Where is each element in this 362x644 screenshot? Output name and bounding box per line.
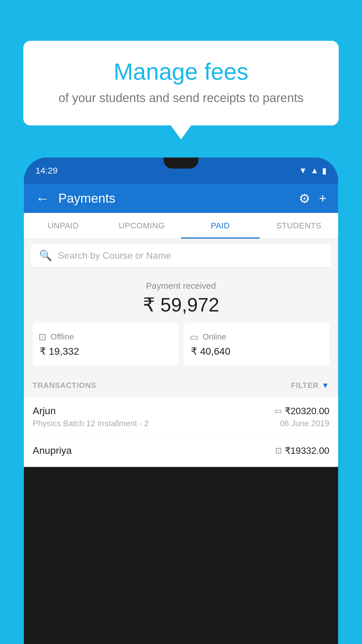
- filter-label: FILTER: [291, 381, 319, 390]
- status-icons: ▼ ▲ ▮: [299, 166, 326, 176]
- tab-paid[interactable]: PAID: [181, 213, 260, 239]
- search-container: 🔍 Search by Course or Name: [24, 239, 338, 272]
- payment-cards: ⊡ Offline ₹ 19,332 ▭ Online ₹ 40,640: [33, 323, 329, 365]
- tabs-bar: UNPAID UPCOMING PAID STUDENTS: [24, 213, 338, 239]
- offline-amount: ₹ 19,332: [38, 345, 172, 357]
- phone-notch: [164, 158, 198, 169]
- filter-button[interactable]: FILTER ▼: [291, 381, 329, 390]
- search-icon: 🔍: [39, 249, 52, 262]
- bubble-subtitle: of your students and send receipts to pa…: [38, 91, 324, 105]
- transactions-label: TRANSACTIONS: [33, 381, 96, 390]
- transaction-top-row: Arjun ▭ ₹20320.00: [33, 405, 329, 416]
- bubble-title: Manage fees: [38, 58, 324, 85]
- payment-total-amount: ₹ 59,972: [33, 294, 329, 316]
- transactions-list: Arjun ▭ ₹20320.00 Physics Batch 12 Insta…: [24, 397, 338, 467]
- transaction-right: ⊡ ₹19332.00: [275, 445, 329, 456]
- wifi-icon: ▼: [299, 166, 307, 175]
- offline-label: Offline: [50, 332, 74, 342]
- online-payment-icon: ▭: [274, 406, 282, 416]
- add-icon[interactable]: +: [319, 191, 326, 206]
- student-name: Arjun: [33, 405, 56, 416]
- filter-icon: ▼: [321, 381, 329, 390]
- offline-card: ⊡ Offline ₹ 19,332: [33, 323, 178, 365]
- tab-upcoming[interactable]: UPCOMING: [103, 213, 181, 239]
- settings-icon[interactable]: ⚙: [299, 191, 310, 206]
- table-row[interactable]: Arjun ▭ ₹20320.00 Physics Batch 12 Insta…: [24, 397, 338, 437]
- transaction-date: 06 June 2019: [280, 419, 329, 428]
- header-actions: ⚙ +: [299, 191, 326, 206]
- transaction-top-row: Anupriya ⊡ ₹19332.00: [33, 445, 329, 456]
- student-name: Anupriya: [33, 445, 72, 456]
- back-button[interactable]: ←: [36, 190, 50, 206]
- transactions-header: TRANSACTIONS FILTER ▼: [24, 374, 338, 397]
- payment-summary: Payment received ₹ 59,972 ⊡ Offline ₹ 19…: [24, 272, 338, 374]
- online-amount: ₹ 40,640: [190, 345, 324, 357]
- phone-device: 14:29 ▼ ▲ ▮ ← Payments ⚙ + UNPAID UPCOMI…: [24, 158, 338, 644]
- search-box[interactable]: 🔍 Search by Course or Name: [31, 244, 331, 267]
- transaction-bottom-row: Physics Batch 12 Installment - 2 06 June…: [33, 419, 329, 428]
- payment-received-label: Payment received: [33, 281, 329, 291]
- online-label: Online: [203, 332, 226, 342]
- app-header: ← Payments ⚙ +: [24, 184, 338, 213]
- battery-icon: ▮: [322, 166, 326, 176]
- offline-payment-icon: ⊡: [275, 446, 282, 455]
- course-name: Physics Batch 12 Installment - 2: [33, 419, 149, 428]
- speech-bubble: Manage fees of your students and send re…: [23, 41, 339, 125]
- online-icon: ▭: [190, 331, 198, 342]
- status-bar: 14:29 ▼ ▲ ▮: [24, 158, 338, 184]
- search-input[interactable]: Search by Course or Name: [58, 250, 171, 261]
- transaction-right: ▭ ₹20320.00: [274, 405, 329, 416]
- online-card: ▭ Online ₹ 40,640: [184, 323, 329, 365]
- status-time: 14:29: [36, 166, 57, 176]
- tab-students[interactable]: STUDENTS: [260, 213, 338, 239]
- signal-icon: ▲: [310, 166, 319, 175]
- transaction-amount: ₹19332.00: [285, 445, 329, 456]
- table-row[interactable]: Anupriya ⊡ ₹19332.00: [24, 437, 338, 467]
- offline-icon: ⊡: [38, 331, 46, 342]
- page-title: Payments: [58, 191, 290, 206]
- offline-card-top: ⊡ Offline: [38, 331, 172, 342]
- transaction-amount: ₹20320.00: [285, 405, 329, 416]
- tab-unpaid[interactable]: UNPAID: [24, 213, 103, 239]
- online-card-top: ▭ Online: [190, 331, 324, 342]
